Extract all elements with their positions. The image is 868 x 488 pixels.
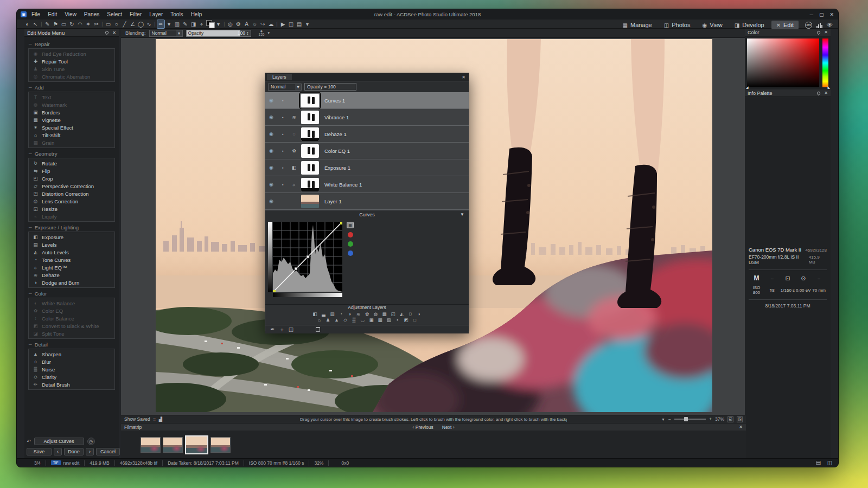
layer-mask-thumbnail[interactable] xyxy=(301,94,319,107)
text-icon[interactable]: A xyxy=(242,20,251,28)
layer-name[interactable]: Dehaze 1 xyxy=(324,131,347,137)
layer-name[interactable]: Color EQ 1 xyxy=(324,148,350,154)
tool-crop[interactable]: ◰Crop xyxy=(29,175,114,182)
adj-sharpen-icon[interactable]: ▲ xyxy=(333,317,341,323)
circle-tool-icon[interactable]: ◯ xyxy=(137,20,145,28)
collapse-icon[interactable]: ─ xyxy=(29,85,32,90)
wand-icon[interactable]: ✶ xyxy=(84,20,92,28)
tool-light-eq[interactable]: ☼Light EQ™ xyxy=(29,264,114,271)
done-button[interactable]: Done xyxy=(64,448,84,455)
toolbar-separator[interactable]: | xyxy=(222,20,226,28)
pointer-icon[interactable]: ↖ xyxy=(31,20,40,28)
layer-visibility-icon[interactable]: ◉ xyxy=(265,98,277,103)
freehand-tool-icon[interactable]: ∿ xyxy=(145,20,153,28)
tool-borders[interactable]: ▣Borders xyxy=(29,108,114,116)
close-panel-icon[interactable]: ✕ xyxy=(112,30,116,35)
show-saved-toggle[interactable]: Show Saved xyxy=(124,416,150,422)
tool-lens-correction[interactable]: ◎Lens Correction xyxy=(29,197,114,205)
histogram-toggle-icon[interactable]: ▟ xyxy=(159,417,162,422)
layers-close-icon[interactable]: ✕ xyxy=(462,75,465,80)
fit-image-button[interactable]: ◱ xyxy=(727,416,733,422)
export-options-icon[interactable]: ▾ xyxy=(303,20,311,28)
save-button[interactable]: Save xyxy=(27,448,52,455)
tool-auto-levels[interactable]: ◭Auto Levels xyxy=(29,248,114,256)
previous-button[interactable]: ‹ Previous xyxy=(413,425,433,430)
tool-liquify[interactable]: ≈Liquify xyxy=(29,213,114,220)
zoom-out-icon[interactable]: − xyxy=(668,416,671,422)
title-bar[interactable]: ▣ File Edit View Panes Select Filter Lay… xyxy=(17,9,838,20)
adj-border-icon[interactable]: ▧ xyxy=(385,317,393,323)
adj-clarity-icon[interactable]: ◇ xyxy=(342,317,349,323)
light-icon[interactable]: ☼ xyxy=(251,20,259,28)
tool-white-balance[interactable]: ◐White Balance xyxy=(29,299,114,307)
gear-icon[interactable]: ⚙ xyxy=(234,20,242,28)
hue-strip[interactable] xyxy=(822,38,828,87)
tool-red-eye-reduction[interactable]: ◉Red Eye Reduction xyxy=(29,50,114,57)
adj-vignette-icon[interactable]: ▣ xyxy=(368,317,375,323)
eraser-icon[interactable]: ◨ xyxy=(189,20,197,28)
polyline-tool-icon[interactable]: ∠ xyxy=(129,20,137,28)
layer-visibility-icon[interactable]: ◉ xyxy=(265,198,277,204)
maximize-button[interactable]: ▢ xyxy=(819,12,824,17)
tool-flip[interactable]: ⇆Flip xyxy=(29,167,114,175)
acdsee-365-icon[interactable]: 365 xyxy=(805,22,812,29)
menu-edit[interactable]: Edit xyxy=(48,11,57,17)
adj-color-eq-icon[interactable]: ✿ xyxy=(363,311,371,317)
section-header-exposure[interactable]: ─Exposure / Lighting xyxy=(29,224,114,230)
section-header-add[interactable]: ─Add xyxy=(29,85,114,91)
color-panel-header[interactable]: Color ✕ xyxy=(745,29,831,36)
rotate-icon[interactable]: ↻ xyxy=(68,20,76,28)
layout-icon[interactable]: ▤ xyxy=(814,459,822,467)
tool-perspective-correction[interactable]: ▱Perspective Correction xyxy=(29,182,114,190)
layer-row-white-balance[interactable]: ◉ ● ☼ White Balance 1 xyxy=(265,176,469,193)
rect-select-icon[interactable]: ▭ xyxy=(104,20,112,28)
menu-view[interactable]: View xyxy=(65,11,76,17)
close-panel-icon[interactable]: ✕ xyxy=(824,91,828,95)
dashboard-chart-icon[interactable] xyxy=(816,22,822,28)
layer-blend-select[interactable]: Normal ▼ xyxy=(268,84,302,91)
collapse-icon[interactable]: ─ xyxy=(29,342,32,347)
layer-mask-thumbnail[interactable] xyxy=(301,178,319,191)
saturation-value-square[interactable] xyxy=(747,38,819,87)
fg-bg-swatches[interactable] xyxy=(206,20,214,28)
adj-bw-icon[interactable]: ▩ xyxy=(381,311,388,317)
panel-icon[interactable]: ◫ xyxy=(287,20,295,28)
opacity-slider[interactable]: Opacity 100 ↕ xyxy=(186,30,251,37)
tool-vignette[interactable]: ▩Vignette xyxy=(29,116,114,124)
filmstrip-thumbnail[interactable] xyxy=(163,437,183,453)
marker-icon[interactable]: ✎ xyxy=(181,20,189,28)
section-header-repair[interactable]: ─Repair xyxy=(29,41,114,47)
tool-chromatic-aberration[interactable]: ◎Chromatic Aberration xyxy=(29,73,114,80)
tool-detail-brush[interactable]: ✏Detail Brush xyxy=(29,381,114,388)
brush-options-chevron-icon[interactable]: ▾ xyxy=(267,31,270,35)
manage-mode-button[interactable]: ▦ Manage xyxy=(618,21,657,29)
layer-brush-icon[interactable]: ● xyxy=(277,115,288,119)
menu-tools[interactable]: Tools xyxy=(170,11,183,17)
adj-color-balance-icon[interactable]: ◍ xyxy=(372,311,380,317)
zoom-in-icon[interactable]: + xyxy=(709,416,712,422)
toolbar-separator[interactable]: | xyxy=(275,20,279,28)
layers-tab[interactable]: Layers xyxy=(267,74,292,80)
eyedropper-icon[interactable]: ⌖ xyxy=(197,20,206,28)
brush-size-control[interactable]: ● 155 xyxy=(259,30,265,36)
adj-tilt-icon[interactable]: ⌂ xyxy=(316,317,323,323)
close-button[interactable]: ✕ xyxy=(829,12,834,17)
channel-blue-button[interactable] xyxy=(348,251,353,256)
toolbar-separator[interactable]: | xyxy=(40,20,43,28)
toolbar-separator[interactable]: | xyxy=(100,20,104,28)
tool-rotate[interactable]: ↻Rotate xyxy=(29,159,114,167)
layer-brush-icon[interactable]: ● xyxy=(277,132,288,136)
layer-visibility-icon[interactable]: ◉ xyxy=(265,114,277,120)
layer-visibility-icon[interactable]: ◉ xyxy=(265,148,277,153)
tool-levels[interactable]: ▤Levels xyxy=(29,241,114,248)
adj-grain-icon[interactable]: ▦ xyxy=(376,317,384,323)
channel-green-button[interactable] xyxy=(348,241,353,247)
adj-split-tone-icon[interactable]: ◰ xyxy=(390,311,397,317)
zoom-percentage[interactable]: 37% xyxy=(715,416,724,422)
chevron-down-icon[interactable]: ▼ xyxy=(661,418,665,421)
actual-size-button[interactable]: ◳ xyxy=(737,416,743,422)
quick-view-eye-icon[interactable]: 👁 xyxy=(827,22,833,28)
grid-toggle-icon[interactable]: ⁞⁞ xyxy=(154,418,156,421)
layer-image-thumbnail[interactable] xyxy=(301,195,319,208)
adj-white-balance-icon[interactable]: ◑ xyxy=(346,311,354,317)
